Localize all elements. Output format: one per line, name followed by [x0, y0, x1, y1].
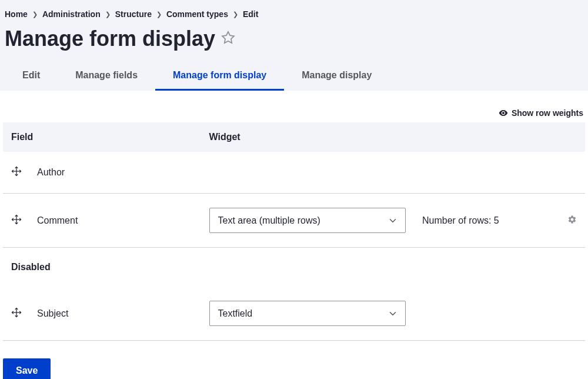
- eye-icon: [499, 108, 508, 118]
- drag-handle-icon[interactable]: [11, 214, 22, 225]
- widget-summary-comment: Number of rows: 5: [414, 194, 559, 248]
- chevron-right-icon: ❯: [233, 11, 238, 18]
- breadcrumb-home[interactable]: Home: [5, 9, 28, 19]
- field-label-author: Author: [29, 152, 201, 194]
- column-header-field: Field: [3, 122, 201, 152]
- tab-manage-display[interactable]: Manage display: [284, 62, 389, 91]
- chevron-right-icon: ❯: [32, 11, 38, 18]
- show-row-weights-button[interactable]: Show row weights: [499, 108, 583, 118]
- tab-manage-fields[interactable]: Manage fields: [58, 62, 155, 91]
- breadcrumb-edit[interactable]: Edit: [243, 9, 258, 19]
- table-row: Subject Textfield: [3, 287, 585, 341]
- table-row: Author: [3, 152, 585, 194]
- show-row-weights-label: Show row weights: [512, 108, 583, 118]
- widget-select-comment[interactable]: Text area (multiple rows): [209, 208, 406, 233]
- widget-select-subject[interactable]: Textfield: [209, 301, 406, 326]
- save-button[interactable]: Save: [3, 358, 51, 379]
- tab-edit[interactable]: Edit: [5, 62, 58, 91]
- tabs: Edit Manage fields Manage form display M…: [5, 62, 583, 91]
- breadcrumb-structure[interactable]: Structure: [115, 9, 152, 19]
- region-disabled-label: Disabled: [3, 248, 585, 287]
- settings-button-comment[interactable]: [567, 215, 577, 226]
- tab-manage-form-display[interactable]: Manage form display: [155, 62, 284, 91]
- form-display-table: Field Widget: [3, 122, 585, 341]
- breadcrumb-administration[interactable]: Administration: [42, 9, 101, 19]
- page-title: Manage form display: [5, 26, 215, 51]
- breadcrumb-comment-types[interactable]: Comment types: [166, 9, 228, 19]
- field-label-subject: Subject: [29, 287, 201, 341]
- chevron-right-icon: ❯: [156, 11, 162, 18]
- svg-marker-0: [222, 32, 234, 43]
- region-disabled: Disabled: [3, 248, 585, 287]
- column-header-widget: Widget: [201, 122, 586, 152]
- chevron-right-icon: ❯: [105, 11, 111, 18]
- table-row: Comment Text area (multiple rows) Number…: [3, 194, 585, 248]
- drag-handle-icon[interactable]: [11, 307, 22, 318]
- field-label-comment: Comment: [29, 194, 201, 248]
- breadcrumb: Home ❯ Administration ❯ Structure ❯ Comm…: [5, 9, 583, 24]
- gear-icon: [567, 215, 577, 226]
- drag-handle-icon[interactable]: [11, 166, 22, 177]
- star-icon[interactable]: [221, 31, 235, 47]
